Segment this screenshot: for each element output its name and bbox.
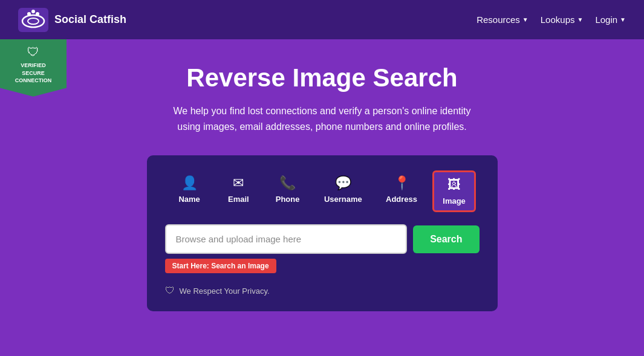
nav-resources[interactable]: Resources ▼ [476, 15, 529, 25]
image-icon: 🖼 [447, 177, 461, 193]
search-button[interactable]: Search [413, 225, 479, 253]
tab-email[interactable]: ✉ Email [217, 170, 259, 212]
svg-point-5 [31, 10, 35, 13]
logo[interactable]: Social Catfish [18, 8, 126, 32]
search-input-wrapper [165, 224, 408, 254]
nav-links: Resources ▼ Lookups ▼ Login ▼ [476, 15, 626, 25]
logo-text: Social Catfish [54, 13, 126, 27]
search-card: 👤 Name ✉ Email 📞 Phone 💬 Username 📍 Addr… [147, 155, 498, 311]
svg-point-3 [27, 12, 31, 16]
login-caret-icon: ▼ [620, 16, 626, 23]
username-icon: 💬 [335, 175, 351, 191]
resources-caret-icon: ▼ [522, 16, 529, 23]
privacy-shield-icon: 🛡 [165, 285, 175, 296]
address-icon: 📍 [394, 175, 410, 191]
nav-lookups[interactable]: Lookups ▼ [541, 15, 584, 25]
nav-login[interactable]: Login ▼ [595, 15, 626, 25]
search-row: Search [165, 224, 480, 254]
image-search-input[interactable] [165, 224, 408, 254]
page-title: Reverse Image Search [186, 63, 457, 92]
shield-icon: 🛡 [7, 45, 59, 59]
tab-address[interactable]: 📍 Address [377, 170, 426, 212]
navbar: Social Catfish Resources ▼ Lookups ▼ Log… [0, 0, 644, 39]
tab-name[interactable]: 👤 Name [168, 170, 210, 212]
email-icon: ✉ [233, 175, 244, 191]
main-content: Reverse Image Search We help you find lo… [0, 39, 644, 311]
tab-phone[interactable]: 📞 Phone [267, 170, 309, 212]
phone-icon: 📞 [279, 175, 296, 191]
verified-badge: 🛡 VERIFIED SECURE CONNECTION [0, 39, 67, 97]
privacy-text: We Respect Your Privacy. [180, 286, 270, 296]
name-icon: 👤 [181, 175, 198, 191]
tab-username[interactable]: 💬 Username [316, 170, 371, 212]
privacy-note: 🛡 We Respect Your Privacy. [165, 285, 480, 296]
svg-point-4 [36, 12, 39, 16]
tab-row: 👤 Name ✉ Email 📞 Phone 💬 Username 📍 Addr… [165, 170, 480, 212]
verified-text: VERIFIED SECURE CONNECTION [7, 62, 59, 85]
start-here-badge[interactable]: Start Here: Search an Image [165, 259, 276, 273]
tab-image[interactable]: 🖼 Image [432, 170, 476, 212]
lookups-caret-icon: ▼ [577, 16, 583, 23]
page-subtitle: We help you find lost connections and ve… [171, 103, 473, 134]
